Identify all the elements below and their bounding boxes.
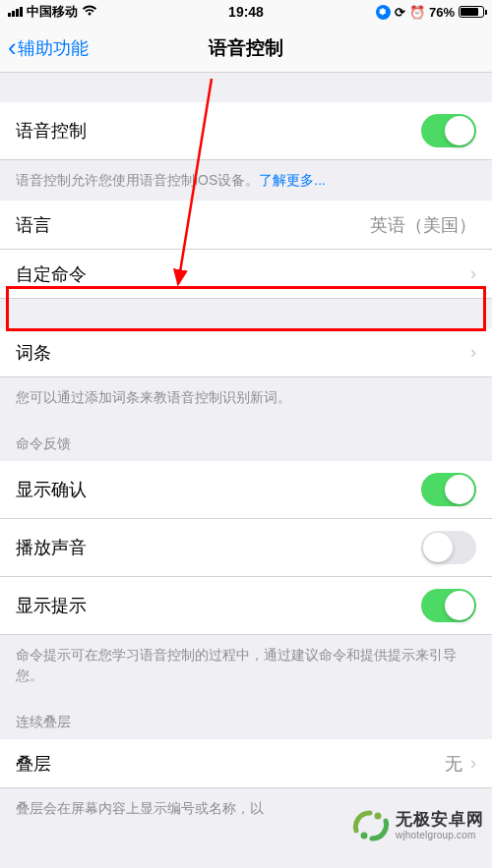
- chevron-right-icon: ›: [470, 753, 476, 774]
- battery-percent: 76%: [429, 5, 455, 20]
- signal-icon: [8, 7, 23, 17]
- language-label: 语言: [16, 213, 51, 237]
- vocabulary-label: 词条: [16, 341, 51, 365]
- hints-footer: 命令提示可在您学习语音控制的过程中，通过建议命令和提供提示来引导您。: [0, 635, 492, 696]
- back-button[interactable]: ‹ 辅助功能: [8, 32, 89, 63]
- svg-point-2: [375, 813, 382, 820]
- show-hints-cell[interactable]: 显示提示: [0, 577, 492, 635]
- watermark: 无极安卓网 wjhotelgroup.com: [352, 807, 484, 844]
- overlay-header: 连续叠层: [0, 696, 492, 739]
- play-sound-cell[interactable]: 播放声音: [0, 519, 492, 577]
- vocabulary-cell[interactable]: 词条 ›: [0, 328, 492, 377]
- svg-point-3: [361, 833, 368, 839]
- show-confirmation-label: 显示确认: [16, 478, 87, 501]
- status-bar: 中国移动 19:48 ❃ ⟳ ⏰ 76%: [0, 0, 492, 24]
- back-label: 辅助功能: [18, 36, 89, 60]
- chevron-right-icon: ›: [470, 263, 476, 284]
- chevron-right-icon: ›: [470, 342, 476, 363]
- show-confirmation-toggle[interactable]: [421, 473, 476, 506]
- play-sound-label: 播放声音: [16, 536, 87, 559]
- lock-icon: ⟳: [395, 5, 405, 20]
- voice-control-footer: 语音控制允许您使用语音控制iOS设备。了解更多...: [0, 160, 492, 201]
- overlay-cell[interactable]: 叠层 无 ›: [0, 739, 492, 788]
- watermark-logo-icon: [352, 807, 390, 844]
- vocabulary-footer: 您可以通过添加词条来教语音控制识别新词。: [0, 377, 492, 418]
- learn-more-link[interactable]: 了解更多...: [259, 172, 326, 188]
- command-feedback-header: 命令反馈: [0, 418, 492, 461]
- siri-icon: ❃: [376, 5, 391, 20]
- content: 语音控制 语音控制允许您使用语音控制iOS设备。了解更多... 语言 英语（美国…: [0, 73, 492, 829]
- watermark-url: wjhotelgroup.com: [396, 830, 484, 841]
- language-value: 英语（美国）: [370, 213, 476, 237]
- carrier-label: 中国移动: [27, 3, 78, 21]
- custom-commands-cell[interactable]: 自定命令 ›: [0, 250, 492, 299]
- overlay-value: 无: [445, 752, 462, 776]
- play-sound-toggle[interactable]: [421, 531, 476, 564]
- overlay-label: 叠层: [16, 752, 51, 776]
- show-hints-toggle[interactable]: [421, 589, 476, 622]
- nav-bar: ‹ 辅助功能 语音控制: [0, 24, 492, 73]
- watermark-title: 无极安卓网: [396, 810, 484, 830]
- custom-commands-label: 自定命令: [16, 262, 87, 286]
- voice-control-label: 语音控制: [16, 119, 87, 143]
- voice-control-toggle-cell[interactable]: 语音控制: [0, 102, 492, 160]
- chevron-left-icon: ‹: [8, 32, 17, 63]
- alarm-icon: ⏰: [409, 5, 425, 20]
- show-hints-label: 显示提示: [16, 594, 87, 617]
- battery-icon: [459, 6, 484, 18]
- wifi-icon: [82, 5, 97, 20]
- page-title: 语音控制: [209, 35, 283, 61]
- voice-control-toggle[interactable]: [421, 114, 476, 147]
- show-confirmation-cell[interactable]: 显示确认: [0, 461, 492, 519]
- status-time: 19:48: [228, 4, 264, 20]
- language-cell[interactable]: 语言 英语（美国）: [0, 201, 492, 250]
